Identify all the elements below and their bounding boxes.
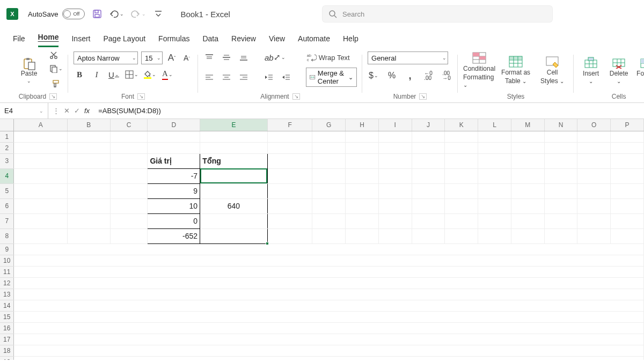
cell[interactable] [68,153,111,168]
row-header[interactable]: 13 [0,289,14,300]
cell-d6[interactable]: 10 [148,198,200,213]
tab-file[interactable]: File [13,34,25,47]
cell[interactable] [412,213,445,228]
cell[interactable] [267,142,312,153]
col-header[interactable]: A [14,119,68,131]
cell[interactable] [478,142,511,153]
font-name-combo[interactable]: Aptos Narrow⌄ [74,51,138,64]
align-middle-icon[interactable] [221,51,232,63]
row-header[interactable]: 18 [0,345,14,356]
cell[interactable] [267,213,312,228]
cell[interactable] [412,131,445,142]
fx-icon[interactable]: fx [84,107,90,115]
cell[interactable] [445,131,478,142]
cell[interactable] [110,183,148,198]
spreadsheet-grid[interactable]: A B C D E F G H I J K L M N O P 1 2 3 Gi… [0,119,644,360]
cell-e6[interactable]: 640 [200,198,268,213]
cell[interactable] [511,228,544,243]
cell[interactable] [14,311,644,322]
cell[interactable] [611,213,644,228]
row-header[interactable]: 1 [0,131,14,142]
cell[interactable] [544,142,577,153]
bold-button[interactable]: B [74,69,85,80]
cell[interactable] [14,183,68,198]
row-header[interactable]: 12 [0,277,14,289]
accept-formula-icon[interactable]: ✓ [74,107,80,115]
cell[interactable] [14,356,644,360]
col-header[interactable]: H [346,119,379,131]
cell[interactable] [346,183,379,198]
delete-cells-button[interactable]: Delete⌄ [607,57,631,84]
col-header[interactable]: C [110,119,148,131]
cell-d3[interactable]: Giá trị [148,153,200,168]
cell[interactable] [544,168,577,183]
autosave-toggle-track[interactable]: Off [62,9,85,19]
cell[interactable] [68,168,111,183]
cell[interactable] [378,198,412,213]
cell-e7[interactable] [200,213,268,228]
format-painter-icon[interactable] [49,78,63,90]
cell[interactable] [14,334,644,345]
cell[interactable] [478,213,511,228]
cell[interactable] [312,142,346,153]
cell[interactable] [412,198,445,213]
increase-font-icon[interactable]: Aˆ [166,52,178,64]
cell[interactable] [511,213,544,228]
cell[interactable] [611,228,644,243]
cell[interactable] [346,131,379,142]
cell[interactable] [267,131,312,142]
row-header[interactable]: 17 [0,334,14,345]
cell[interactable] [312,183,346,198]
cell[interactable] [110,142,148,153]
cell[interactable] [68,142,111,153]
insert-cells-button[interactable]: Insert⌄ [579,57,603,84]
cell[interactable] [544,131,577,142]
italic-button[interactable]: I [91,69,103,80]
cell[interactable] [412,168,445,183]
cell[interactable] [577,198,611,213]
cell[interactable] [611,183,644,198]
cell[interactable] [611,142,644,153]
tab-home[interactable]: Home [38,33,59,47]
align-center-icon[interactable] [221,71,232,83]
borders-button[interactable]: ⌄ [125,69,138,80]
cell[interactable] [312,153,346,168]
format-as-table-button[interactable]: Format as Table ⌄ [500,56,532,85]
align-left-icon[interactable] [203,71,215,83]
cell[interactable] [346,153,379,168]
cell[interactable] [511,153,544,168]
cell[interactable] [267,153,312,168]
select-all-corner[interactable] [0,119,14,131]
cell[interactable] [478,198,511,213]
cell[interactable] [68,213,111,228]
row-header[interactable]: 2 [0,142,14,153]
formula-more-icon[interactable]: ⋮ [53,107,60,115]
cell[interactable] [478,153,511,168]
cell[interactable] [378,213,412,228]
increase-decimal-icon[interactable]: ←0.00 [422,70,434,82]
underline-button[interactable]: U⌄ [108,69,120,80]
cell[interactable] [577,168,611,183]
cell-e3[interactable]: Tổng [200,153,268,168]
alignment-dialog-launcher[interactable]: ↘ [292,93,300,100]
row-header[interactable]: 15 [0,311,14,322]
cell[interactable] [544,198,577,213]
cell[interactable] [511,168,544,183]
cell[interactable] [346,213,379,228]
cell[interactable] [511,131,544,142]
cell[interactable] [511,142,544,153]
cell[interactable] [544,183,577,198]
clipboard-dialog-launcher[interactable]: ↘ [49,93,57,100]
cell[interactable] [378,183,412,198]
col-header[interactable]: M [511,119,544,131]
qat-customize-icon[interactable] [152,8,164,20]
cell[interactable] [577,183,611,198]
cell[interactable] [68,183,111,198]
cell[interactable] [14,322,644,334]
font-color-button[interactable]: A⌄ [162,69,173,80]
decrease-font-icon[interactable]: Aˇ [181,52,193,64]
cell[interactable] [110,168,148,183]
col-header[interactable]: B [68,119,111,131]
cell[interactable] [611,198,644,213]
cell[interactable] [445,183,478,198]
